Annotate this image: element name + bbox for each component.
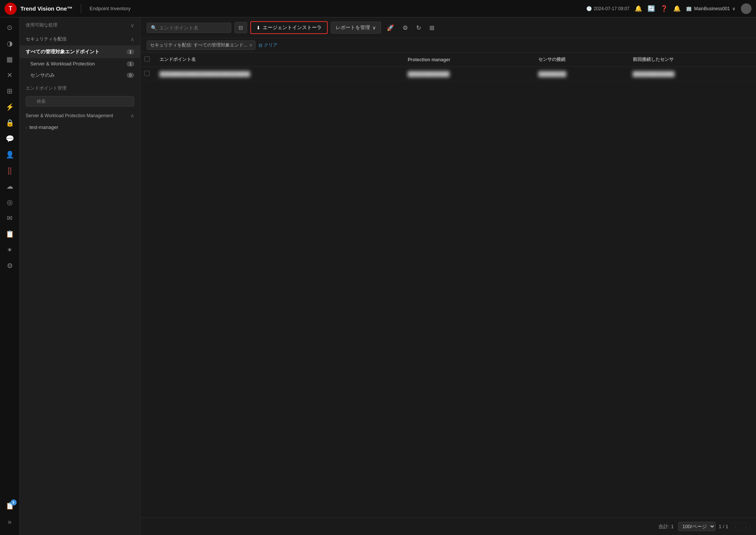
row-endpoint-name: ██████████████████████████ xyxy=(154,67,403,81)
sidebar: 使用可能な処理 ∨ セキュリティを配信 ∧ すべての管理対象エンドポイント 1 … xyxy=(20,17,141,535)
sidebar-endpoint-mgmt-label: エンドポイント管理 xyxy=(20,81,140,93)
prev-page-button[interactable]: ‹ xyxy=(731,523,740,531)
row-protection-manager: ████████████ xyxy=(403,67,533,81)
filter-button[interactable]: ⊟ xyxy=(234,22,247,33)
user-name: MainBusiness001 xyxy=(694,6,730,11)
protection-mgmt-label: Server & Workload Protection Management xyxy=(26,113,113,118)
refresh-button[interactable]: ↻ xyxy=(414,22,424,33)
chevron-down-icon: ∨ xyxy=(130,22,134,28)
header-divider xyxy=(81,4,81,13)
rail-settings-icon[interactable]: ⚙ xyxy=(2,259,17,273)
col-header-last-sensor: 前回接続したセンサ xyxy=(627,53,756,67)
next-page-button[interactable]: › xyxy=(741,523,750,531)
sidebar-protection-mgmt[interactable]: Server & Workload Protection Management … xyxy=(20,110,140,122)
sidebar-item-server-workload[interactable]: Server & Workload Protection 1 xyxy=(20,58,140,69)
table-footer: 合計: 1 100/ページ 50/ページ 25/ページ 1 / 1 ‹ › xyxy=(141,518,756,535)
rail-expand-icon[interactable]: » xyxy=(2,515,17,529)
table-row: ██████████████████████████ ████████████ … xyxy=(141,67,756,81)
table-area: エンドポイント名 Protection manager センサの接続 前回接続し… xyxy=(141,53,756,518)
logo-icon: T xyxy=(5,3,17,15)
filter-bar: セキュリティを配信: すべての管理対象エンド... × ⊟ クリア xyxy=(141,38,756,53)
header-time: 🕐 2024-07-17 09:07 xyxy=(586,6,630,11)
col-header-sensor-connection: センサの接続 xyxy=(533,53,627,67)
rail-lightning-icon[interactable]: ⚡ xyxy=(2,100,17,114)
alert-icon[interactable]: 🔔 xyxy=(673,5,681,12)
endpoint-search-input[interactable] xyxy=(159,25,227,31)
filter-tag: セキュリティを配信: すべての管理対象エンド... × xyxy=(147,40,256,50)
task-badge: 5 xyxy=(11,499,17,506)
col-header-protection-manager: Protection manager xyxy=(403,53,533,67)
row-check-cell xyxy=(141,67,154,81)
page-info: 1 / 1 xyxy=(719,524,728,529)
nav-icon-button[interactable]: 🚀 xyxy=(384,22,397,33)
endpoints-table: エンドポイント名 Protection manager センサの接続 前回接続し… xyxy=(141,53,756,81)
main-layout: ⊙ ◑ ▦ ✕ ⊞ ⚡ 🔒 💬 👤 ⣿ ☁ ◎ ✉ 📋 ✶ ⚙ 📋 5 » 使用… xyxy=(0,17,756,535)
all-endpoints-count: 1 xyxy=(127,49,134,54)
total-count: 合計: 1 xyxy=(658,523,674,530)
rail-location-icon[interactable]: ⊙ xyxy=(2,20,17,35)
rail-tasks-icon[interactable]: 📋 5 xyxy=(2,499,17,513)
sensor-only-label: センサのみ xyxy=(30,72,55,79)
rail-lock-icon[interactable]: 🔒 xyxy=(2,116,17,130)
content-area: 🔍 ⊟ ⬇ エージェントインストーラ レポートを管理 ∨ 🚀 ⚙ ↻ ⊞ セキュ… xyxy=(141,17,756,535)
page-subtitle: Endpoint Inventory xyxy=(90,6,130,11)
chevron-up-icon: ∧ xyxy=(130,36,134,42)
sidebar-security-deploy-label: セキュリティを配信 xyxy=(26,36,67,42)
icon-rail: ⊙ ◑ ▦ ✕ ⊞ ⚡ 🔒 💬 👤 ⣿ ☁ ◎ ✉ 📋 ✶ ⚙ 📋 5 » xyxy=(0,17,20,535)
endpoint-search-box: 🔍 xyxy=(147,23,231,33)
user-area[interactable]: 🏢 MainBusiness001 ∨ xyxy=(686,6,736,11)
col-header-endpoint-name: エンドポイント名 xyxy=(154,53,403,67)
rail-grid-icon[interactable]: ⊞ xyxy=(2,84,17,98)
report-label: レポートを管理 xyxy=(336,24,370,31)
agent-installer-button[interactable]: ⬇ エージェントインストーラ xyxy=(250,21,328,34)
sidebar-search-wrap: 🔍 xyxy=(26,96,134,107)
sidebar-available-actions[interactable]: 使用可能な処理 ∨ xyxy=(20,17,140,33)
sidebar-search-input[interactable] xyxy=(26,96,134,107)
report-button[interactable]: レポートを管理 ∨ xyxy=(331,22,381,34)
app-title: Trend Vision One™ xyxy=(20,5,73,12)
rail-bar-icon[interactable]: ▦ xyxy=(2,52,17,67)
help-icon[interactable]: ❓ xyxy=(660,5,668,12)
table-header-row: エンドポイント名 Protection manager センサの接続 前回接続し… xyxy=(141,53,756,67)
sidebar-security-deploy[interactable]: セキュリティを配信 ∧ xyxy=(20,33,140,45)
sidebar-item-sensor-only[interactable]: センサのみ 0 xyxy=(20,69,140,81)
rail-chat-icon[interactable]: 💬 xyxy=(2,132,17,146)
col-header-check xyxy=(141,53,154,67)
settings-button[interactable]: ⚙ xyxy=(400,22,411,33)
report-chevron: ∨ xyxy=(372,25,376,31)
filter-tag-close[interactable]: × xyxy=(249,42,253,48)
sync-icon[interactable]: 🔄 xyxy=(648,5,655,12)
rail-person-icon[interactable]: 👤 xyxy=(2,147,17,162)
row-checkbox[interactable] xyxy=(144,71,150,76)
clear-filter-button[interactable]: ⊟ クリア xyxy=(259,42,277,48)
pagination-controls: 100/ページ 50/ページ 25/ページ 1 / 1 ‹ › xyxy=(678,522,750,531)
server-workload-count: 1 xyxy=(127,61,134,67)
header-icons: 🔔 🔄 ❓ 🔔 xyxy=(635,5,681,12)
select-all-checkbox[interactable] xyxy=(144,56,150,62)
protection-mgmt-chevron: ∧ xyxy=(130,113,134,119)
sidebar-tree-item-test-manager[interactable]: › test-manager xyxy=(20,122,140,133)
rail-chart-icon[interactable]: ◑ xyxy=(2,36,17,51)
time-display: 2024-07-17 09:07 xyxy=(594,6,630,11)
rail-target-icon[interactable]: ◎ xyxy=(2,195,17,209)
agent-installer-label: エージェントインストーラ xyxy=(263,24,322,31)
rail-endpoint-icon[interactable]: ⣿ xyxy=(2,163,17,178)
rail-mail-icon[interactable]: ✉ xyxy=(2,211,17,225)
table-body: ██████████████████████████ ████████████ … xyxy=(141,67,756,81)
notifications-icon[interactable]: 🔔 xyxy=(635,5,642,12)
layout-button[interactable]: ⊞ xyxy=(427,22,437,33)
row-sensor-connection: ████████ xyxy=(533,67,627,81)
avatar[interactable] xyxy=(741,3,751,14)
rail-x-icon[interactable]: ✕ xyxy=(2,68,17,82)
rail-transform-icon[interactable]: ✶ xyxy=(2,243,17,257)
rail-report-icon[interactable]: 📋 xyxy=(2,227,17,241)
per-page-select[interactable]: 100/ページ 50/ページ 25/ページ xyxy=(678,522,716,531)
rail-cloud-icon[interactable]: ☁ xyxy=(2,179,17,194)
header-right: 🕐 2024-07-17 09:07 🔔 🔄 ❓ 🔔 🏢 MainBusines… xyxy=(586,3,751,14)
sidebar-item-all-endpoints[interactable]: すべての管理対象エンドポイント 1 xyxy=(20,45,140,58)
test-manager-label: test-manager xyxy=(29,124,59,130)
filter-tag-text: セキュリティを配信: すべての管理対象エンド... xyxy=(150,42,247,48)
server-workload-label: Server & Workload Protection xyxy=(30,61,95,67)
row-last-sensor: ████████████ xyxy=(627,67,756,81)
sidebar-available-actions-label: 使用可能な処理 xyxy=(26,22,57,28)
